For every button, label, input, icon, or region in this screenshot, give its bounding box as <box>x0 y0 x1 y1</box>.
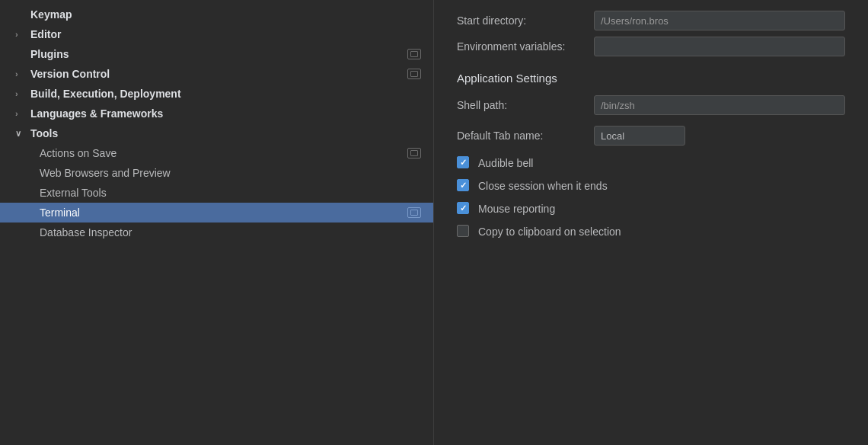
sidebar-item-web-browsers[interactable]: Web Browsers and Preview <box>0 163 433 183</box>
audible-bell-checkbox[interactable]: ✓ <box>457 156 471 170</box>
chevron-right-icon: › <box>15 109 27 118</box>
default-tab-input[interactable] <box>594 126 685 146</box>
checkmark-icon: ✓ <box>460 204 467 213</box>
sidebar-item-actions-on-save[interactable]: Actions on Save <box>0 143 433 163</box>
copy-to-clipboard-checkbox[interactable] <box>457 225 471 239</box>
copy-to-clipboard-label: Copy to clipboard on selection <box>478 226 621 238</box>
start-directory-row: Start directory: <box>457 11 845 30</box>
sidebar-item-version-control[interactable]: › Version Control <box>0 64 433 84</box>
sidebar-item-label: Actions on Save <box>40 147 407 159</box>
sidebar-item-terminal[interactable]: Terminal <box>0 203 433 222</box>
shell-path-row: Shell path: <box>457 95 845 115</box>
sidebar-item-label: Languages & Frameworks <box>30 107 421 120</box>
sidebar-item-database-inspector[interactable]: Database Inspector <box>0 222 433 242</box>
settings-sidebar: Keymap › Editor Plugins › Version Contro… <box>0 0 434 445</box>
chevron-down-icon: ∨ <box>15 129 27 139</box>
chevron-right-icon: › <box>15 89 27 98</box>
sidebar-item-label: Database Inspector <box>40 226 421 239</box>
sidebar-item-label: Keymap <box>30 8 421 21</box>
default-tab-row: Default Tab name: <box>457 126 845 146</box>
sidebar-item-plugins[interactable]: Plugins <box>0 44 433 64</box>
settings-content: Start directory: Environment variables: … <box>434 0 868 445</box>
close-session-label: Close session when it ends <box>478 180 608 192</box>
sidebar-item-label: Web Browsers and Preview <box>40 167 421 179</box>
shell-path-label: Shell path: <box>457 99 594 111</box>
chevron-right-icon: › <box>15 30 27 39</box>
sidebar-item-external-tools[interactable]: External Tools <box>0 183 433 203</box>
sidebar-item-tools[interactable]: ∨ Tools <box>0 123 433 143</box>
sidebar-item-label: Plugins <box>30 48 407 60</box>
audible-bell-label: Audible bell <box>478 157 533 169</box>
badge-icon <box>407 148 421 158</box>
sidebar-item-build-execution[interactable]: › Build, Execution, Deployment <box>0 84 433 104</box>
close-session-checkbox[interactable]: ✓ <box>457 179 471 193</box>
sidebar-item-label: External Tools <box>40 187 421 199</box>
checkmark-icon: ✓ <box>460 181 467 190</box>
env-variables-input[interactable] <box>594 37 845 56</box>
mouse-reporting-label: Mouse reporting <box>478 203 555 215</box>
shell-path-input[interactable] <box>594 95 845 115</box>
badge-icon <box>407 207 421 218</box>
mouse-reporting-checkbox[interactable]: ✓ <box>457 202 471 216</box>
sidebar-item-languages[interactable]: › Languages & Frameworks <box>0 104 433 123</box>
sidebar-item-keymap[interactable]: Keymap <box>0 5 433 24</box>
start-directory-input[interactable] <box>594 11 845 30</box>
badge-icon <box>407 69 421 79</box>
chevron-right-icon: › <box>15 69 27 78</box>
badge-icon <box>407 49 421 59</box>
sidebar-item-label: Version Control <box>30 68 407 80</box>
sidebar-item-label: Build, Execution, Deployment <box>30 88 421 100</box>
start-directory-label: Start directory: <box>457 14 594 27</box>
sidebar-item-label: Terminal <box>40 206 407 219</box>
checkmark-icon: ✓ <box>460 158 467 167</box>
env-variables-label: Environment variables: <box>457 40 594 53</box>
default-tab-label: Default Tab name: <box>457 130 594 142</box>
sidebar-item-editor[interactable]: › Editor <box>0 24 433 44</box>
env-variables-row: Environment variables: <box>457 37 845 56</box>
app-settings-title: Application Settings <box>457 72 845 85</box>
sidebar-item-label: Tools <box>30 127 421 139</box>
mouse-reporting-row: ✓ Mouse reporting <box>457 202 845 216</box>
close-session-row: ✓ Close session when it ends <box>457 179 845 193</box>
audible-bell-row: ✓ Audible bell <box>457 156 845 170</box>
sidebar-item-label: Editor <box>30 28 421 40</box>
copy-to-clipboard-row: Copy to clipboard on selection <box>457 225 845 239</box>
